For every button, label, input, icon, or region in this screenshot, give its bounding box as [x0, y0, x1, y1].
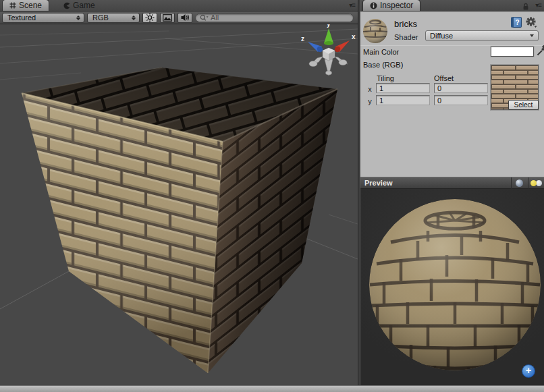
gizmo-y-label: y	[327, 24, 331, 28]
preview-panel: Preview	[360, 177, 544, 385]
scene-3d-view: y x z	[0, 24, 358, 385]
shader-dropdown[interactable]: Diffuse	[425, 30, 539, 41]
preview-body[interactable]: +	[360, 189, 544, 385]
tab-game[interactable]: Game	[56, 0, 102, 11]
gizmo-z-label: z	[301, 35, 304, 43]
tab-inspector-label: Inspector	[380, 1, 413, 10]
preview-header[interactable]: Preview	[360, 177, 544, 189]
inspector-tabbar: Inspector ▾≡	[360, 0, 544, 11]
add-button[interactable]: +	[522, 364, 535, 378]
shader-label: Shader	[394, 33, 418, 41]
chevron-down-icon	[530, 34, 534, 37]
unity-editor-window: Scene Game ▾≡ Textured RGB	[0, 0, 544, 392]
image-icon	[163, 14, 172, 22]
offset-x-input[interactable]	[434, 83, 488, 93]
scene-panel-menu-icon[interactable]: ▾≡	[349, 1, 355, 9]
grid-icon	[9, 2, 16, 9]
draw-mode-dropdown[interactable]: Textured	[2, 13, 84, 23]
tiling-row-x-label: x	[366, 85, 373, 93]
tiling-header: Tiling	[377, 74, 394, 82]
select-texture-button[interactable]: Select	[508, 100, 539, 110]
brick-cube	[22, 67, 337, 373]
info-icon	[370, 2, 377, 9]
tiling-row-y-label: y	[366, 97, 373, 105]
preview-title: Preview	[364, 179, 393, 187]
status-bar	[0, 385, 544, 392]
preview-sphere	[360, 189, 544, 385]
render-fx-toggle-button[interactable]	[160, 13, 175, 23]
scene-toolbar: Textured RGB	[0, 11, 358, 24]
inspector-body: bricks Shader Diffuse ?	[360, 11, 544, 177]
lighting-icon	[531, 180, 542, 187]
divider	[360, 45, 544, 46]
main-color-label: Main Color	[363, 48, 399, 56]
lighting-toggle-button[interactable]	[142, 13, 157, 23]
shader-value: Diffuse	[430, 32, 453, 40]
gizmo-x-label: x	[352, 33, 356, 40]
tab-scene-label: Scene	[19, 1, 42, 10]
tab-scene[interactable]: Scene	[2, 0, 49, 11]
tab-inspector[interactable]: Inspector	[362, 0, 420, 11]
material-sphere-thumbnail	[362, 18, 388, 44]
gear-menu-button[interactable]	[525, 17, 537, 28]
tiling-x-input[interactable]	[376, 83, 430, 93]
eyedropper-icon[interactable]	[537, 45, 544, 56]
color-mode-value: RGB	[92, 13, 128, 22]
game-pacman-icon	[63, 2, 70, 9]
tab-game-label: Game	[73, 1, 95, 10]
color-mode-dropdown[interactable]: RGB	[87, 13, 140, 23]
preview-model-button[interactable]	[511, 177, 527, 189]
question-mark-icon: ?	[515, 19, 519, 26]
select-button-label: Select	[514, 101, 533, 109]
sphere-icon	[516, 179, 523, 187]
offset-y-input[interactable]	[434, 95, 488, 105]
main-color-swatch[interactable]	[491, 47, 534, 57]
gear-icon	[526, 18, 537, 28]
search-icon	[200, 14, 209, 22]
help-button[interactable]: ?	[511, 17, 522, 28]
right-column: Inspector ▾≡	[360, 0, 544, 385]
scene-search-field[interactable]	[195, 13, 354, 22]
search-input[interactable]	[211, 13, 348, 22]
tiling-y-input[interactable]	[376, 95, 430, 105]
inspector-panel-menu-icon[interactable]: ▾≡	[535, 1, 541, 9]
updown-arrows-icon	[76, 16, 80, 20]
audio-toggle-button[interactable]	[178, 13, 192, 23]
offset-header: Offset	[434, 74, 454, 82]
updown-arrows-icon	[132, 16, 136, 20]
plus-icon: +	[526, 365, 531, 376]
material-name: bricks	[394, 19, 417, 29]
speaker-icon	[180, 13, 190, 22]
scene-tabbar: Scene Game ▾≡	[0, 0, 358, 11]
scene-viewport[interactable]: y x z	[0, 24, 358, 385]
draw-mode-value: Textured	[7, 13, 72, 22]
preview-lighting-button[interactable]	[528, 177, 544, 189]
scene-panel: Scene Game ▾≡ Textured RGB	[0, 0, 358, 385]
sun-icon	[145, 13, 155, 22]
inspector-panel: Inspector ▾≡	[360, 0, 544, 177]
base-rgb-label: Base (RGB)	[363, 61, 403, 69]
